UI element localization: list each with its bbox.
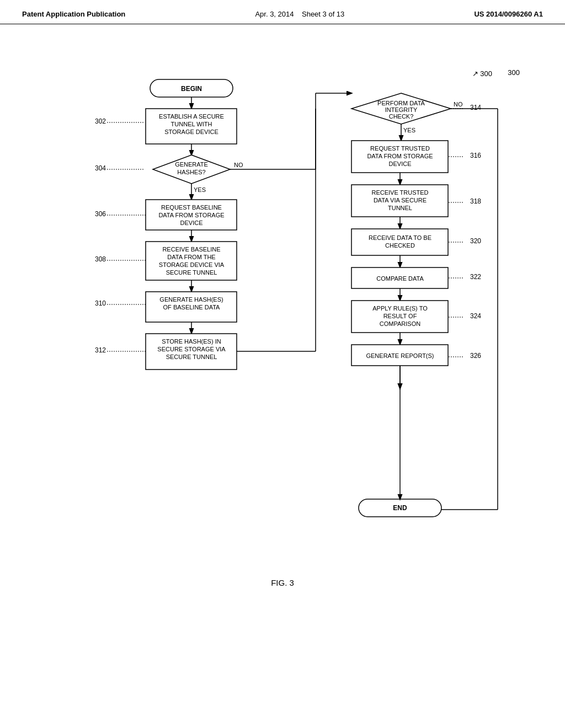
svg-text:STORAGE DEVICE: STORAGE DEVICE	[164, 129, 218, 135]
svg-text:DATA FROM STORAGE: DATA FROM STORAGE	[367, 153, 433, 159]
svg-text:YES: YES	[194, 186, 206, 193]
svg-text:BEGIN: BEGIN	[181, 85, 202, 93]
svg-text:314: 314	[470, 104, 481, 111]
svg-text:REQUEST BASELINE: REQUEST BASELINE	[161, 204, 222, 211]
svg-text:HASHES?: HASHES?	[177, 169, 205, 175]
svg-text:DEVICE: DEVICE	[389, 160, 412, 167]
svg-text:YES: YES	[403, 127, 415, 133]
fig-label: FIG. 3	[33, 578, 532, 587]
svg-text:RECEIVE TRUSTED: RECEIVE TRUSTED	[371, 189, 428, 196]
ref-300-label: 300	[508, 68, 520, 77]
svg-text:PERFORM DATA: PERFORM DATA	[377, 100, 425, 106]
svg-text:304: 304	[95, 164, 106, 172]
svg-text:GENERATE REPORT(S): GENERATE REPORT(S)	[366, 352, 434, 359]
svg-text:324: 324	[470, 312, 481, 320]
svg-text:STORE HASH(ES) IN: STORE HASH(ES) IN	[162, 338, 221, 345]
svg-text:SECURE TUNNEL: SECURE TUNNEL	[166, 354, 217, 360]
svg-text:NO: NO	[234, 162, 243, 168]
svg-text:REQUEST TRUSTED: REQUEST TRUSTED	[370, 145, 430, 152]
svg-text:RECEIVE DATA TO BE: RECEIVE DATA TO BE	[369, 234, 431, 241]
svg-text:CHECKED: CHECKED	[385, 242, 415, 249]
svg-text:306: 306	[95, 210, 106, 218]
svg-text:DATA VIA SECURE: DATA VIA SECURE	[374, 197, 427, 204]
svg-text:INTEGRITY: INTEGRITY	[385, 106, 418, 113]
svg-text:RESULT OF: RESULT OF	[383, 313, 417, 319]
svg-text:GENERATE: GENERATE	[175, 161, 208, 168]
header-right: US 2014/0096260 A1	[474, 10, 543, 18]
ref-300: ↗ 300	[472, 69, 492, 78]
svg-text:TUNNEL WITH: TUNNEL WITH	[171, 121, 212, 127]
svg-text:312: 312	[95, 346, 106, 354]
svg-text:318: 318	[470, 197, 481, 205]
main-content: 300 BEGIN 302 ESTABLISH A SECURE TUNNEL …	[0, 24, 565, 620]
svg-text:NO: NO	[454, 101, 463, 108]
page-header: Patent Application Publication Apr. 3, 2…	[0, 0, 565, 24]
svg-text:320: 320	[470, 237, 481, 245]
svg-text:GENERATE HASH(ES): GENERATE HASH(ES)	[159, 296, 223, 303]
svg-text:RECEIVE BASELINE: RECEIVE BASELINE	[162, 246, 220, 253]
svg-text:APPLY RULE(S) TO: APPLY RULE(S) TO	[372, 305, 428, 312]
svg-text:DATA FROM THE: DATA FROM THE	[167, 254, 215, 260]
svg-text:ESTABLISH A SECURE: ESTABLISH A SECURE	[159, 113, 224, 120]
svg-text:END: END	[393, 504, 407, 512]
svg-text:310: 310	[95, 299, 106, 307]
svg-text:308: 308	[95, 255, 106, 263]
svg-text:DATA FROM STORAGE: DATA FROM STORAGE	[158, 212, 224, 218]
svg-text:CHECK?: CHECK?	[389, 113, 414, 120]
svg-text:316: 316	[470, 152, 481, 159]
svg-text:SECURE STORAGE VIA: SECURE STORAGE VIA	[157, 346, 226, 352]
svg-text:STORAGE DEVICE VIA: STORAGE DEVICE VIA	[159, 261, 225, 268]
svg-text:322: 322	[470, 273, 481, 281]
svg-text:DEVICE: DEVICE	[180, 220, 203, 226]
svg-text:TUNNEL: TUNNEL	[388, 205, 412, 211]
svg-text:326: 326	[470, 352, 481, 360]
flowchart: 300 BEGIN 302 ESTABLISH A SECURE TUNNEL …	[45, 68, 520, 567]
svg-text:OF BASELINE DATA: OF BASELINE DATA	[163, 304, 221, 311]
svg-text:COMPARISON: COMPARISON	[380, 320, 420, 327]
header-center: Apr. 3, 2014 Sheet 3 of 13	[255, 10, 344, 18]
svg-text:COMPARE DATA: COMPARE DATA	[376, 275, 424, 282]
svg-text:SECURE TUNNEL: SECURE TUNNEL	[166, 269, 217, 276]
header-left: Patent Application Publication	[22, 10, 125, 18]
svg-text:302: 302	[95, 117, 106, 125]
